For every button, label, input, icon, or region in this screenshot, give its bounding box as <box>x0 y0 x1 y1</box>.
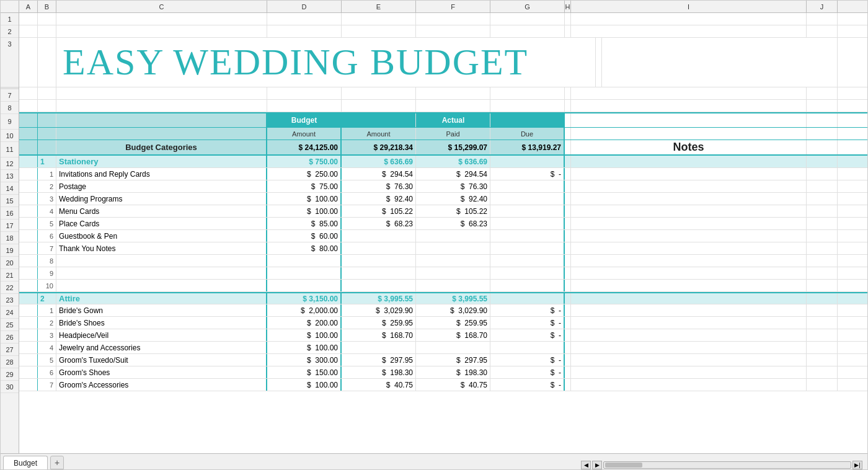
stationery-budget[interactable]: $ 750.00 <box>267 156 342 167</box>
cell-2h[interactable] <box>565 25 571 37</box>
cell-10b[interactable] <box>38 128 56 140</box>
item-headpiece-name[interactable]: Headpiece/Veil <box>56 329 267 341</box>
cell-1j[interactable] <box>807 13 838 25</box>
item-bshoes-name[interactable]: Bride's Shoes <box>56 317 267 329</box>
cell-21c[interactable] <box>56 267 267 279</box>
cell-20j[interactable] <box>807 255 838 267</box>
cell-21d[interactable] <box>267 267 342 279</box>
stationery-name[interactable]: Stationery <box>56 156 267 167</box>
item-menu-name[interactable]: Menu Cards <box>56 205 267 217</box>
cell-15j[interactable] <box>807 193 838 205</box>
cell-17j[interactable] <box>807 218 838 229</box>
item-headpiece-paid[interactable]: $ 168.70 <box>416 329 490 341</box>
cell-18h[interactable] <box>565 230 571 242</box>
cell-30h[interactable] <box>565 379 571 391</box>
item-jewelry-name[interactable]: Jewelry and Accessories <box>56 342 267 353</box>
actual-due-header[interactable]: Due <box>490 128 565 140</box>
item-postage-due[interactable] <box>490 180 565 192</box>
cell-17a[interactable] <box>19 218 38 229</box>
cell-27a[interactable] <box>19 342 38 353</box>
cell-20h[interactable] <box>565 255 571 267</box>
cell-29j[interactable] <box>807 366 838 378</box>
cell-19i[interactable] <box>571 242 807 254</box>
cell-21h[interactable] <box>565 267 571 279</box>
item-postage-amount[interactable]: $ 76.30 <box>342 180 416 192</box>
cell-9g[interactable] <box>490 113 565 127</box>
item-placecards-due[interactable] <box>490 218 565 229</box>
cell-30j[interactable] <box>807 379 838 391</box>
item-gshoes-budget[interactable]: $ 150.00 <box>267 366 342 378</box>
item-tuxedo-budget[interactable]: $ 300.00 <box>267 354 342 366</box>
cell-21i[interactable] <box>571 267 807 279</box>
cell-22g[interactable] <box>490 280 565 291</box>
item-gacc-due[interactable]: $ - <box>490 379 565 391</box>
item-programs-amount[interactable]: $ 92.40 <box>342 193 416 205</box>
cell-10i[interactable] <box>571 128 807 140</box>
item-tuxedo-name[interactable]: Groom's Tuxedo/Suit <box>56 354 267 366</box>
item-gacc-budget[interactable]: $ 100.00 <box>267 379 342 391</box>
cell-1i[interactable] <box>571 13 807 25</box>
item-guestbook-budget[interactable]: $ 60.00 <box>267 230 342 242</box>
cell-20e[interactable] <box>342 255 416 267</box>
cell-7f[interactable] <box>416 87 490 99</box>
cell-title-a[interactable] <box>19 38 38 87</box>
actual-paid-header[interactable]: Paid <box>416 128 490 140</box>
cell-11a[interactable] <box>19 140 38 154</box>
cell-7b[interactable] <box>38 87 56 99</box>
item-gacc-amount[interactable]: $ 40.75 <box>342 379 416 391</box>
cell-30i[interactable] <box>571 379 807 391</box>
cell-22f[interactable] <box>416 280 490 291</box>
cell-11j[interactable] <box>807 140 838 154</box>
item-gown-amount[interactable]: $ 3,029.90 <box>342 304 416 316</box>
cell-7j[interactable] <box>807 87 838 99</box>
cell-8f[interactable] <box>416 100 490 112</box>
cell-29a[interactable] <box>19 366 38 378</box>
cell-2e[interactable] <box>342 25 416 37</box>
cell-10j[interactable] <box>807 128 838 140</box>
cell-20i[interactable] <box>571 255 807 267</box>
item-programs-paid[interactable]: $ 92.40 <box>416 193 490 205</box>
item-jewelry-budget[interactable]: $ 100.00 <box>267 342 342 353</box>
cell-10a[interactable] <box>19 128 38 140</box>
cell-11h[interactable] <box>565 140 571 154</box>
cell-24a[interactable] <box>19 304 38 316</box>
cell-7a[interactable] <box>19 87 38 99</box>
cell-10c[interactable] <box>56 128 267 140</box>
cell-19a[interactable] <box>19 242 38 254</box>
cell-19b[interactable]: 7 <box>38 242 56 254</box>
cell-2g[interactable] <box>490 25 565 37</box>
cell-8b[interactable] <box>38 100 56 112</box>
cell-13i[interactable] <box>571 168 807 180</box>
cell-16b[interactable]: 4 <box>38 205 56 217</box>
attire-actual-amount[interactable]: $ 3,995.55 <box>342 293 416 304</box>
item-programs-due[interactable] <box>490 193 565 205</box>
cell-21e[interactable] <box>342 267 416 279</box>
item-tuxedo-amount[interactable]: $ 297.95 <box>342 354 416 366</box>
cell-1g[interactable] <box>490 13 565 25</box>
cell-18b[interactable]: 6 <box>38 230 56 242</box>
item-bshoes-paid[interactable]: $ 259.95 <box>416 317 490 329</box>
cell-7h[interactable] <box>565 87 571 99</box>
scroll-right-btn[interactable]: ▶ <box>592 461 602 469</box>
cell-20f[interactable] <box>416 255 490 267</box>
item-guestbook-name[interactable]: Guestbook & Pen <box>56 230 267 242</box>
cell-17b[interactable]: 5 <box>38 218 56 229</box>
cell-20g[interactable] <box>490 255 565 267</box>
item-thankyou-amount[interactable] <box>342 242 416 254</box>
item-thankyou-budget[interactable]: $ 80.00 <box>267 242 342 254</box>
item-bshoes-due[interactable]: $ - <box>490 317 565 329</box>
cell-22e[interactable] <box>342 280 416 291</box>
item-menu-budget[interactable]: $ 100.00 <box>267 205 342 217</box>
cell-26i[interactable] <box>571 329 807 341</box>
cell-24j[interactable] <box>807 304 838 316</box>
cell-8d[interactable] <box>267 100 342 112</box>
cell-1b[interactable] <box>38 13 56 25</box>
item-postage-name[interactable]: Postage <box>56 180 267 192</box>
cell-25j[interactable] <box>807 317 838 329</box>
cell-23j[interactable] <box>807 293 838 304</box>
cell-19j[interactable] <box>807 242 838 254</box>
cell-2d[interactable] <box>267 25 342 37</box>
cell-22b[interactable]: 10 <box>38 280 56 291</box>
cell-28h[interactable] <box>565 354 571 366</box>
cell-21j[interactable] <box>807 267 838 279</box>
